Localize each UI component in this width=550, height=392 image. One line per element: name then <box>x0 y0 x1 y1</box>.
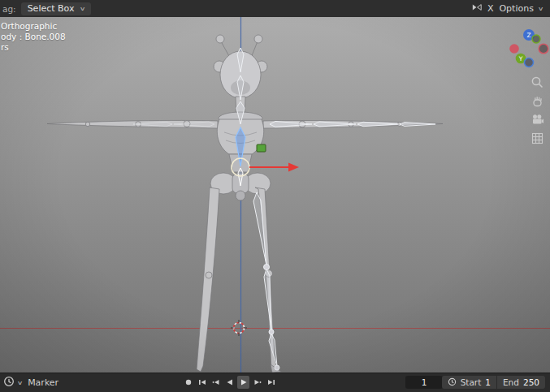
3d-viewport[interactable]: Orthographic ody : Bone.008 rs <box>0 17 550 373</box>
play-reverse-button[interactable] <box>223 376 236 389</box>
timeline-editor-icon[interactable] <box>3 376 15 390</box>
mirror-x-label[interactable]: X <box>487 3 494 14</box>
viewport-header: ag: Select Box ∨ X Options ∨ <box>0 0 550 18</box>
jump-to-end-button[interactable] <box>265 376 277 389</box>
end-label: End <box>503 377 519 387</box>
drag-label: ag: <box>2 4 16 14</box>
move-x-arrow-icon[interactable] <box>288 163 299 172</box>
jump-to-start-button[interactable] <box>196 376 208 389</box>
view-name-text: Orthographic <box>1 21 66 32</box>
autokey-record-button[interactable] <box>182 376 194 389</box>
axis-nav-gizmo[interactable]: Z Y <box>508 28 550 70</box>
axis-x-ball[interactable] <box>539 44 548 54</box>
blender-window: ag: Select Box ∨ X Options ∨ Orthographi… <box>0 0 550 392</box>
custom-bone-shape[interactable] <box>257 144 266 152</box>
chevron-down-icon: ∨ <box>538 6 544 12</box>
end-value: 250 <box>523 377 539 387</box>
start-label: Start <box>461 377 482 387</box>
options-dropdown[interactable]: Options ∨ <box>499 3 543 14</box>
current-frame-field[interactable]: 1 <box>405 376 443 389</box>
character-mesh[interactable] <box>47 35 443 373</box>
end-frame-field[interactable]: End 250 <box>497 376 545 389</box>
timeline-editor-menu[interactable]: ∨ Marker <box>3 376 58 390</box>
options-label: Options <box>499 3 533 14</box>
axis-z-neg-ball[interactable] <box>525 58 534 67</box>
start-frame-field[interactable]: Start 1 <box>442 376 496 389</box>
viewport-nav-tools <box>531 75 544 145</box>
pan-hand-icon[interactable] <box>531 94 544 108</box>
armature-bones[interactable] <box>133 48 435 370</box>
zoom-icon[interactable] <box>531 75 544 89</box>
axis-y-neg-ball[interactable] <box>532 35 540 43</box>
axis-y-label: Y <box>518 55 523 62</box>
next-keyframe-button[interactable] <box>251 376 263 389</box>
frame-range: Start 1 End 250 <box>442 376 545 389</box>
current-frame-value: 1 <box>422 377 427 387</box>
viewport-canvas[interactable] <box>0 17 550 373</box>
prev-keyframe-button[interactable] <box>210 376 222 389</box>
play-button[interactable] <box>237 376 249 389</box>
active-object-text: ody : Bone.008 <box>1 32 66 42</box>
select-box-label: Select Box <box>28 3 75 14</box>
chevron-down-icon: ∨ <box>17 380 24 386</box>
viewport-info-overlay: Orthographic ody : Bone.008 rs <box>1 21 66 53</box>
marker-menu[interactable]: Marker <box>28 377 58 388</box>
select-box-dropdown[interactable]: Select Box ∨ <box>21 2 91 15</box>
axis-x-neg-ball[interactable] <box>509 44 519 54</box>
grid-ortho-icon[interactable] <box>531 131 544 145</box>
axis-z-label: Z <box>526 32 531 39</box>
camera-view-icon[interactable] <box>531 113 544 127</box>
playback-controls <box>182 376 277 389</box>
clock-icon <box>448 377 457 388</box>
timeline-bar: ∨ Marker <box>0 373 550 392</box>
chevron-down-icon: ∨ <box>79 6 85 12</box>
mirror-x-icon[interactable] <box>472 2 482 15</box>
start-value: 1 <box>485 377 491 387</box>
overlay-line3: rs <box>1 42 66 53</box>
